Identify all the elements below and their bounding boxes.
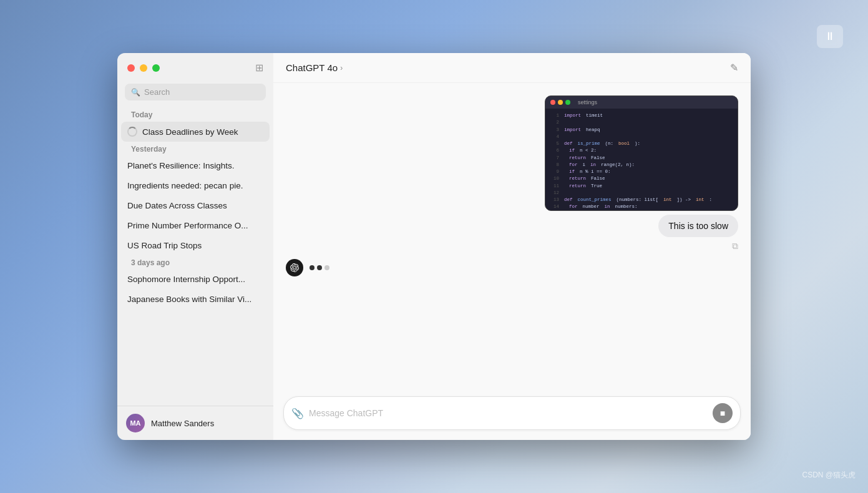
section-label-today: Today (121, 108, 270, 122)
typing-dot-2 (317, 265, 322, 270)
chat-input-area: 📎 ■ (273, 389, 751, 440)
conv-item-planets[interactable]: Planet's Resilience: Insights. (121, 156, 270, 175)
typing-indicator (310, 265, 329, 270)
watermark: CSDN @猫头虎 (802, 470, 856, 481)
avatar: MA (126, 414, 145, 432)
sidebar-footer: MA Matthew Sanders (117, 406, 273, 440)
conv-item-label: Class Deadlines by Week (142, 127, 238, 137)
typing-dot-3 (324, 265, 329, 270)
code-max-dot (565, 100, 570, 105)
message-row: settings 1import timeit 2 3import heapq … (286, 95, 738, 251)
section-label-3days: 3 days ago (121, 256, 270, 270)
chevron-icon: › (340, 64, 343, 72)
code-window-bar: settings (545, 96, 738, 109)
app-window: ⊞ 🔍 Search Today Class Deadlines by Week… (117, 53, 751, 440)
code-min-dot (558, 100, 563, 105)
sidebar-toggle-icon[interactable]: ⊞ (255, 62, 263, 74)
pause-button[interactable]: ⏸ (817, 25, 843, 48)
user-name: Matthew Sanders (151, 419, 214, 428)
traffic-lights (127, 64, 160, 72)
copy-icon[interactable]: ⧉ (732, 241, 738, 251)
minimize-button[interactable] (140, 64, 147, 72)
close-button[interactable] (127, 64, 135, 72)
chat-messages: settings 1import timeit 2 3import heapq … (273, 83, 751, 389)
chatgpt-icon (286, 259, 303, 276)
conv-item-japanese-books[interactable]: Japanese Books with Similar Vi... (121, 290, 270, 309)
conv-item-ingredients[interactable]: Ingredients needed: pecan pie. (121, 176, 270, 195)
code-tab-label: settings (578, 99, 597, 105)
conv-item-due-dates[interactable]: Due Dates Across Classes (121, 196, 270, 215)
chat-title: ChatGPT 4o › (286, 62, 343, 73)
search-bar[interactable]: 🔍 Search (125, 84, 266, 100)
sidebar-header: ⊞ (117, 53, 273, 80)
loading-spinner (127, 127, 137, 137)
typing-row (286, 259, 738, 276)
code-close-dot (550, 100, 555, 105)
user-message-bubble: This is too slow (658, 215, 738, 237)
section-label-yesterday: Yesterday (121, 142, 270, 156)
conv-item-road-trip[interactable]: US Road Trip Stops (121, 236, 270, 255)
chat-header: ChatGPT 4o › ✎ (273, 53, 751, 83)
search-input[interactable]: Search (144, 87, 170, 97)
conv-item-internship[interactable]: Sophomore Internship Opport... (121, 270, 270, 289)
conv-item-class-deadlines[interactable]: Class Deadlines by Week (121, 122, 270, 142)
maximize-button[interactable] (152, 64, 160, 72)
code-screenshot: settings 1import timeit 2 3import heapq … (545, 95, 738, 211)
conv-item-prime-number[interactable]: Prime Number Performance O... (121, 216, 270, 235)
edit-icon[interactable]: ✎ (730, 62, 738, 74)
search-icon: 🔍 (131, 88, 140, 97)
conversation-list: Today Class Deadlines by Week Yesterday … (117, 108, 273, 406)
chat-area: ChatGPT 4o › ✎ settings 1import (273, 53, 751, 440)
model-version: 4o (328, 62, 338, 73)
model-name: ChatGPT (286, 62, 325, 73)
code-content: 1import timeit 2 3import heapq 4 5def is… (545, 109, 738, 211)
sidebar: ⊞ 🔍 Search Today Class Deadlines by Week… (117, 53, 273, 440)
input-row: 📎 ■ (283, 396, 741, 430)
attach-icon[interactable]: 📎 (291, 408, 304, 419)
send-icon: ■ (720, 408, 725, 418)
message-input[interactable] (309, 408, 708, 418)
typing-dot-1 (310, 265, 315, 270)
copy-row: ⧉ (732, 241, 738, 251)
send-button[interactable]: ■ (713, 403, 733, 423)
